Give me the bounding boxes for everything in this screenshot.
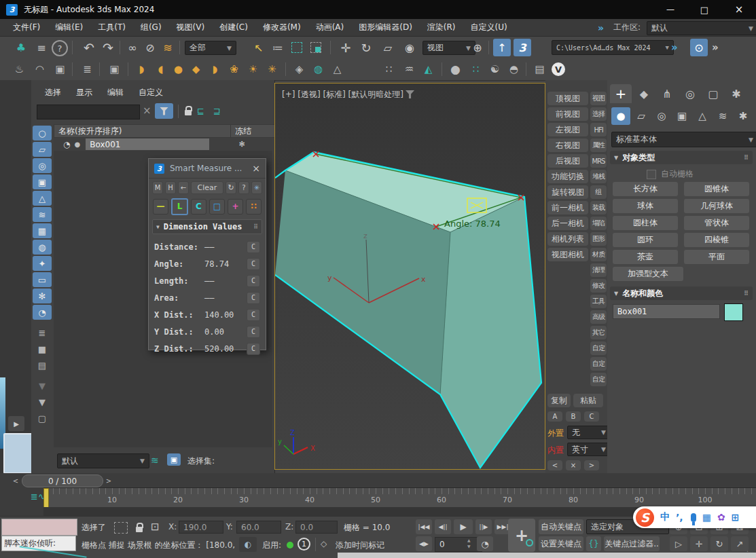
ime-mic-icon[interactable] [691, 513, 696, 522]
menu-overflow-icon[interactable]: » [598, 22, 604, 33]
ime-toolbox-icon[interactable]: ⊞ [732, 512, 740, 523]
menu-views[interactable]: 视图(V) [169, 19, 213, 37]
slot-b-button[interactable]: B [566, 411, 581, 422]
measure-close-icon[interactable]: × [252, 163, 260, 174]
category-dropdown[interactable]: 标准基本体▼ [611, 132, 756, 147]
orbit-icon[interactable]: ↻ [710, 536, 728, 551]
selection-lock-icon[interactable] [133, 519, 145, 536]
prev-frame-button[interactable]: < [11, 475, 20, 486]
add-time-tag-label[interactable]: 添加时间标记 [336, 540, 384, 551]
filter-gear-icon[interactable]: ▼ [33, 378, 52, 393]
macro-stack-button[interactable]: 堆栈 [590, 170, 607, 183]
menu-tools[interactable]: 工具(T) [90, 19, 133, 37]
next-frame-button[interactable]: > [104, 475, 113, 486]
notes-document-icon[interactable]: ≡ [33, 39, 50, 56]
macro-hfi-button[interactable]: HFI [590, 123, 607, 136]
internal-units-dropdown[interactable]: 英寸▼ [567, 443, 611, 456]
autogrid-checkbox[interactable] [647, 170, 656, 179]
cylinder-button[interactable]: 圆柱体 [613, 216, 678, 230]
view-camera-button[interactable]: 视图相机 [547, 248, 588, 261]
layers-icon[interactable]: ≋ [151, 455, 159, 466]
measure-area-tool[interactable]: □ [209, 199, 225, 215]
go-to-start-button[interactable]: |◀◀ [416, 519, 432, 534]
macro-custom2-button[interactable]: 自定 [590, 357, 607, 371]
display-spacewarps-icon[interactable]: ≋ [33, 207, 52, 222]
torus-button[interactable]: 圆环 [613, 233, 678, 247]
pyramid-button[interactable]: 四棱锥 [684, 233, 749, 247]
next-frame-playback-button[interactable]: ||▶ [475, 519, 492, 534]
play-button[interactable]: ▶ [454, 519, 473, 534]
subtab-systems[interactable]: ✱ [734, 107, 753, 125]
previous-frame-button[interactable]: ◀|| [435, 519, 451, 534]
next-camera-button[interactable]: 后一相机 [547, 217, 588, 230]
new-key-big-button[interactable]: + [508, 519, 535, 552]
copy-length-button[interactable]: C [247, 275, 260, 287]
copy-distance-button[interactable]: C [247, 241, 260, 253]
nav-x-button[interactable]: × [566, 460, 581, 470]
measure-options-tool[interactable]: ∷ [246, 199, 262, 215]
display-shapes-icon[interactable]: ▱ [33, 142, 52, 157]
macro-custom1-button[interactable]: 自定 [590, 341, 607, 355]
angle-snap-icon[interactable]: 3 [514, 39, 531, 56]
pan-hand-icon[interactable]: ✛ [690, 536, 708, 551]
slot-c-button[interactable]: C [584, 411, 599, 422]
view-back-button[interactable]: 后视图 [547, 154, 588, 168]
rendered-frame-window-icon[interactable]: ▣ [52, 60, 69, 77]
ime-skin-icon[interactable]: ✿ [717, 512, 725, 523]
select-scale-icon[interactable]: ▱ [379, 39, 397, 56]
paste-button[interactable]: 粘贴 [573, 394, 603, 407]
measure-angle-tool[interactable]: L [171, 198, 188, 215]
smart-measure-dialog[interactable]: 3 Smart Measure ... × M H ← Clear ↻ ? ✳ … [148, 158, 266, 350]
key-brackets-icon[interactable]: {} [586, 536, 601, 551]
object-type-rollout[interactable]: ▼ 对象类型 ⠿ [610, 151, 753, 164]
ime-toolbar[interactable]: S 中 ’, ▦ ✿ ⊞ [633, 506, 756, 528]
filter-funnel2-icon[interactable]: ▼ [33, 394, 52, 409]
name-column-header[interactable]: 名称(按升序排序) ▲ [54, 124, 240, 138]
spot-light-icon[interactable]: ◗ [133, 60, 150, 77]
display-geometry-icon[interactable]: ○ [33, 126, 52, 141]
menu-file[interactable]: 文件(F) [5, 19, 48, 37]
display-hidden-icon[interactable]: ◔ [33, 305, 52, 320]
help-icon[interactable]: ? [52, 40, 68, 56]
box-button[interactable]: 长方体 [613, 182, 678, 196]
copy-ydist-button[interactable]: C [247, 326, 260, 338]
detail-list-icon[interactable]: ▤ [33, 358, 52, 373]
menu-rendering[interactable]: 渲染(R) [420, 19, 463, 37]
display-containers-icon[interactable]: ▭ [33, 272, 52, 287]
auto-key-button[interactable]: 自动关键点 [539, 519, 583, 534]
copy-button[interactable]: 复制 [547, 394, 571, 407]
autosave-icon[interactable]: ⊙ [690, 39, 708, 56]
sphere-button[interactable]: 球体 [613, 199, 678, 213]
measure-back-icon[interactable]: ← [178, 181, 189, 194]
object-row[interactable]: ◔ ● Box001 ✻ [54, 138, 272, 151]
render-teapot-icon[interactable]: ♨ [11, 60, 28, 77]
menu-customize[interactable]: 自定义(U) [463, 19, 515, 37]
subtab-cameras[interactable]: ▣ [672, 107, 691, 125]
open-explorer-icon[interactable]: ▣ [167, 453, 181, 466]
material-editor-icon[interactable]: ● [447, 60, 464, 77]
expand-panel-button[interactable]: ▶ [8, 416, 24, 431]
subtab-lights[interactable]: ◎ [652, 107, 671, 125]
workspace-dropdown[interactable]: 默认▼ [647, 21, 756, 35]
nav-next-button[interactable]: > [584, 460, 599, 470]
freeze-snowflake-icon[interactable]: ✻ [228, 140, 255, 149]
use-pivot-center-icon[interactable]: ⊕ [469, 39, 486, 56]
plane-button[interactable]: 平面 [684, 250, 749, 264]
menu-graph-editors[interactable]: 图形编辑器(D) [351, 19, 420, 37]
material-spheres-icon[interactable]: ∷ [467, 60, 484, 77]
selection-region-icon[interactable] [288, 39, 306, 56]
sphere-light-icon[interactable]: ● [170, 60, 187, 77]
select-move-icon[interactable]: ✛ [337, 39, 355, 56]
scatter-icon[interactable]: △ [329, 60, 346, 77]
proxy-cube-icon[interactable]: ◈ [291, 60, 308, 77]
vray-icon[interactable]: V [552, 62, 565, 76]
macro-other-button[interactable]: 其它 [590, 326, 607, 339]
view-right-button[interactable]: 右视图 [547, 138, 588, 152]
text-plus-button[interactable]: 加强型文本 [613, 267, 683, 281]
function-toggle-button[interactable]: 功能切换 [547, 170, 588, 183]
key-filters-button[interactable]: 关键点过滤器.. [604, 536, 660, 551]
measure-title-bar[interactable]: 3 Smart Measure ... × [149, 159, 266, 179]
slot-a-button[interactable]: A [547, 411, 562, 422]
search-filter-button[interactable] [155, 103, 173, 119]
macro-view-button[interactable]: 视图 [590, 92, 607, 105]
